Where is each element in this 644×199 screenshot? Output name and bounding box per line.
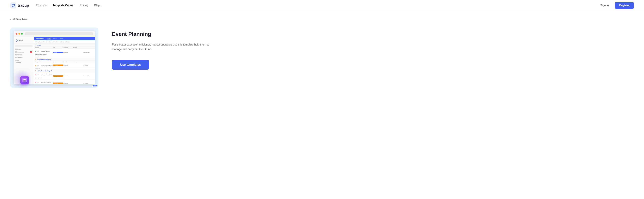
navbar-right: Sign In Register: [598, 2, 634, 9]
navbar-left: tracup Products Template Center Pricing …: [10, 2, 101, 9]
task-dot: [35, 51, 36, 52]
nav-item-blog[interactable]: Blog ▾: [94, 4, 101, 7]
table-row: #001 How to use the (Event Planning) pro…: [34, 49, 95, 56]
register-button[interactable]: Register: [615, 2, 634, 9]
browser-topbar: [14, 31, 95, 37]
app-tab-list: ≡ List: [47, 38, 51, 40]
blog-chevron-down-icon: ▾: [100, 5, 101, 6]
task-dot: [35, 82, 36, 83]
browser-url-bar: [25, 32, 93, 35]
back-arrow-icon: ‹: [10, 18, 11, 21]
sidebar-project-label: Project: [14, 59, 34, 61]
template-title: Event Planning: [112, 31, 634, 37]
notifications-badge: 20: [30, 51, 32, 53]
task-dot: [35, 75, 36, 75]
logo[interactable]: tracup: [10, 2, 29, 9]
table-col-headers: Assignee Type Cause Date Manager: [34, 47, 95, 49]
app-tab-board: ⊞ Board: [52, 38, 58, 40]
logo-icon: [10, 2, 16, 9]
sidebar-logo-name: tracup: [19, 40, 23, 42]
status-badge: In Progress: [53, 65, 63, 66]
notifications-icon: [15, 51, 17, 53]
decoration-icon: [22, 78, 27, 83]
status-badge: In Progress: [53, 83, 63, 84]
task-dot: [35, 65, 36, 66]
use-templates-button[interactable]: Use templates: [112, 60, 149, 70]
sidebar-logo-icon: [15, 39, 18, 42]
purple-icon-decoration: [20, 76, 29, 84]
group-header-planning: ▾ Activity-Planning Stage (1): [34, 58, 95, 61]
nav-links: Products Template Center Pricing Blog ▾: [36, 4, 101, 7]
group-header-new: ▾ New (1): [34, 44, 95, 47]
template-info: Event Planning For a better execution ef…: [112, 28, 634, 70]
favorites-icon: [15, 54, 17, 55]
template-description: For a better execution efficiency, marke…: [112, 42, 210, 52]
navbar: tracup Products Template Center Pricing …: [0, 0, 644, 11]
add-task-row-2: + New Task: [34, 67, 95, 69]
app-main-area: Event Planning ≡ List ⊞ Board + More Gro…: [34, 37, 95, 84]
add-task-row: + New Task: [34, 56, 95, 58]
status-badge: Pending: [53, 52, 63, 53]
table-row: #005 Production of Online Activity Landi…: [34, 72, 95, 80]
group-header-preparation: ▾ Activity-Preparation Stage (3): [34, 69, 95, 72]
main-content: ‹ All Templates: [0, 11, 644, 95]
sidebar-item-favorites: Favorites: [14, 53, 34, 56]
app-topbar: Event Planning ≡ List ⊞ Board + More: [34, 37, 95, 40]
sign-in-button[interactable]: Sign In: [598, 3, 612, 8]
app-topbar-tabs: ≡ List ⊞ Board + More: [47, 38, 64, 40]
toolbar-sort: Sort: Task Number: [48, 41, 59, 43]
breadcrumb-label: All Templates: [12, 18, 28, 21]
table-row: #002 Execution of Activity Planning In P…: [34, 63, 95, 67]
home-icon: [15, 49, 17, 50]
template-section: tracup Home Notifications 20: [10, 28, 634, 88]
browser-dot-yellow: [18, 33, 20, 35]
toolbar-filter: Filter: [60, 41, 64, 43]
sidebar-project-item: Template2: [14, 61, 34, 63]
app-sidebar-logo: tracup: [14, 38, 34, 44]
browser-dot-red: [16, 33, 17, 35]
nav-item-pricing[interactable]: Pricing: [80, 4, 88, 7]
app-toolbar: Group By: Task Status Sort: Task Number …: [34, 40, 95, 44]
logo-text: tracup: [18, 3, 29, 8]
browser-dot-green: [21, 33, 23, 35]
status-badge: In Progress: [53, 75, 63, 77]
breadcrumb[interactable]: ‹ All Templates: [10, 18, 634, 21]
nav-item-products[interactable]: Products: [36, 4, 46, 7]
template-preview: tracup Home Notifications 20: [10, 28, 98, 88]
toolbar-group-by: Group By: Task Status: [35, 41, 47, 43]
sidebar-item-home: Home: [14, 48, 34, 51]
table-row: #006 Follow-up the Design and Production…: [34, 80, 95, 84]
sidebar-search-bar: [15, 45, 32, 47]
app-table: ▾ New (1) Assignee Type Cause Date Manag…: [34, 44, 95, 84]
sidebar-item-archived: Archived: [14, 56, 34, 59]
nav-item-template-center[interactable]: Template Center: [52, 4, 74, 7]
archived-icon: [15, 57, 17, 58]
toolbar-week: Week: [65, 41, 70, 43]
app-section-title: Event Planning: [36, 38, 44, 39]
sidebar-item-notifications: Notifications 20: [14, 51, 34, 53]
table-col-headers-2: Assignee Type Cause Date Manager: [34, 61, 95, 63]
app-tab-more: + More: [59, 38, 64, 40]
